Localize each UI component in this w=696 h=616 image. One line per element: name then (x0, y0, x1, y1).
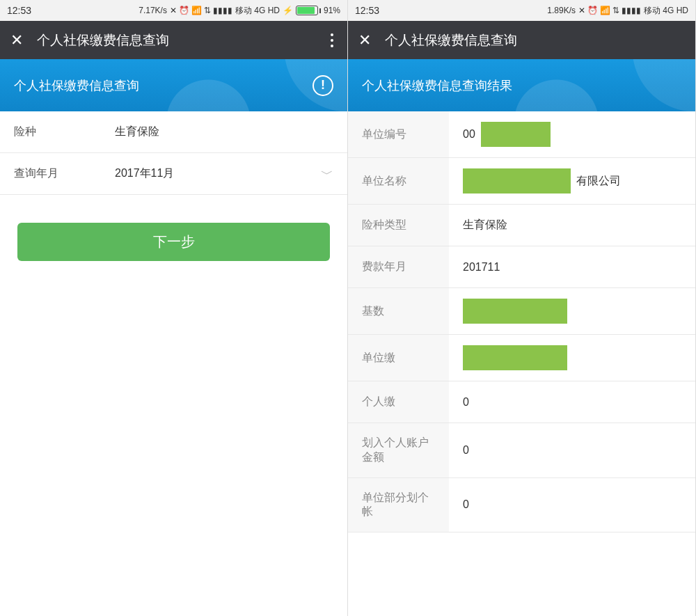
dnd-icon: ✕ (578, 6, 585, 15)
unit-name-suffix: 有限公司 (576, 174, 621, 189)
phone-query: 12:53 7.17K/s ✕ ⏰ 📶 ⇅ ▮▮▮▮ 移动 4G HD ⚡ 91… (0, 0, 348, 616)
redacted-block (463, 168, 571, 194)
insurance-type-row[interactable]: 险种 生育保险 (0, 111, 347, 153)
status-carrier: 移动 4G HD (235, 5, 280, 17)
dnd-icon: ✕ (170, 6, 177, 15)
status-icons: ✕ ⏰ 📶 ⇅ ▮▮▮▮ (170, 6, 232, 15)
close-icon[interactable]: ✕ (10, 31, 23, 49)
insurance-type-label: 险种 (0, 111, 101, 152)
status-bar: 12:53 1.89K/s ✕ ⏰ 📶 ⇅ ▮▮▮▮ 移动 4G HD (348, 0, 695, 21)
unit-number-row: 单位编号 00 (348, 111, 695, 158)
charging-icon: ⚡ (283, 6, 293, 15)
insurance-type-row: 险种类型 生育保险 (348, 205, 695, 246)
personal-account-label: 划入个人账户金额 (348, 423, 449, 477)
unit-name-label: 单位名称 (348, 158, 449, 204)
status-speed: 1.89K/s (547, 6, 576, 15)
status-icons: ✕ ⏰ 📶 ⇅ ▮▮▮▮ (578, 6, 641, 15)
page-header-title: 个人社保缴费信息查询结果 (362, 77, 512, 94)
unit-split-value: 0 (449, 488, 695, 521)
battery-icon (296, 6, 321, 15)
unit-name-row: 单位名称 有限公司 (348, 158, 695, 205)
personal-pay-label: 个人缴 (348, 381, 449, 422)
page-header-title: 个人社保缴费信息查询 (14, 77, 139, 94)
status-bar: 12:53 7.17K/s ✕ ⏰ 📶 ⇅ ▮▮▮▮ 移动 4G HD ⚡ 91… (0, 0, 347, 21)
unit-split-label: 单位部分划个帐 (348, 478, 449, 532)
unit-number-label: 单位编号 (348, 111, 449, 157)
personal-pay-row: 个人缴 0 (348, 381, 695, 423)
data-icon: ⇅ (204, 6, 211, 15)
battery-percent: 91% (324, 6, 340, 15)
status-speed: 7.17K/s (139, 6, 167, 15)
nav-bar: ✕ 个人社保缴费信息查询 (348, 21, 695, 59)
redacted-block (481, 122, 551, 147)
unit-split-row: 单位部分划个帐 0 (348, 478, 695, 533)
phone-result: 12:53 1.89K/s ✕ ⏰ 📶 ⇅ ▮▮▮▮ 移动 4G HD ✕ 个人… (348, 0, 696, 616)
unit-pay-label: 单位缴 (348, 335, 449, 381)
nav-bar: ✕ 个人社保缴费信息查询 (0, 21, 347, 59)
query-date-value: 2017年11月 (115, 166, 174, 181)
personal-account-row: 划入个人账户金额 0 (348, 423, 695, 478)
page-header: 个人社保缴费信息查询结果 (348, 59, 695, 111)
page-header: 个人社保缴费信息查询 ! (0, 59, 347, 111)
payment-period-row: 费款年月 201711 (348, 246, 695, 288)
status-time: 12:53 (7, 5, 31, 16)
query-date-row[interactable]: 查询年月 2017年11月 ﹀ (0, 153, 347, 195)
unit-number-prefix: 00 (463, 128, 475, 141)
personal-pay-value: 0 (449, 386, 695, 419)
payment-period-value: 201711 (449, 251, 695, 284)
signal-icon: ▮▮▮▮ (622, 6, 641, 15)
insurance-type-label: 险种类型 (348, 205, 449, 246)
more-menu-icon[interactable] (327, 30, 337, 51)
info-icon[interactable]: ! (313, 75, 333, 96)
personal-account-value: 0 (449, 434, 695, 467)
wifi-icon: 📶 (191, 6, 202, 15)
next-step-button[interactable]: 下一步 (17, 223, 330, 261)
redacted-block (463, 299, 567, 324)
nav-title: 个人社保缴费信息查询 (37, 31, 169, 49)
nav-title: 个人社保缴费信息查询 (385, 31, 517, 49)
base-amount-row: 基数 (348, 288, 695, 335)
query-form: 险种 生育保险 查询年月 2017年11月 ﹀ (0, 111, 347, 195)
close-icon[interactable]: ✕ (358, 31, 371, 49)
redacted-block (463, 345, 567, 370)
signal-icon: ▮▮▮▮ (213, 6, 232, 15)
result-list: 单位编号 00 单位名称 有限公司 险种类型 生育保险 费款年月 201711 … (348, 111, 695, 532)
insurance-type-value: 生育保险 (449, 207, 695, 243)
base-amount-label: 基数 (348, 288, 449, 334)
data-icon: ⇅ (612, 6, 619, 15)
query-date-label: 查询年月 (0, 153, 101, 194)
status-carrier: 移动 4G HD (644, 5, 688, 17)
wifi-icon: 📶 (600, 6, 610, 15)
alarm-icon: ⏰ (587, 6, 598, 15)
unit-pay-row: 单位缴 (348, 335, 695, 381)
alarm-icon: ⏰ (179, 6, 189, 15)
chevron-down-icon: ﹀ (321, 166, 333, 182)
payment-period-label: 费款年月 (348, 246, 449, 287)
insurance-type-value: 生育保险 (101, 114, 347, 150)
status-time: 12:53 (355, 5, 379, 16)
